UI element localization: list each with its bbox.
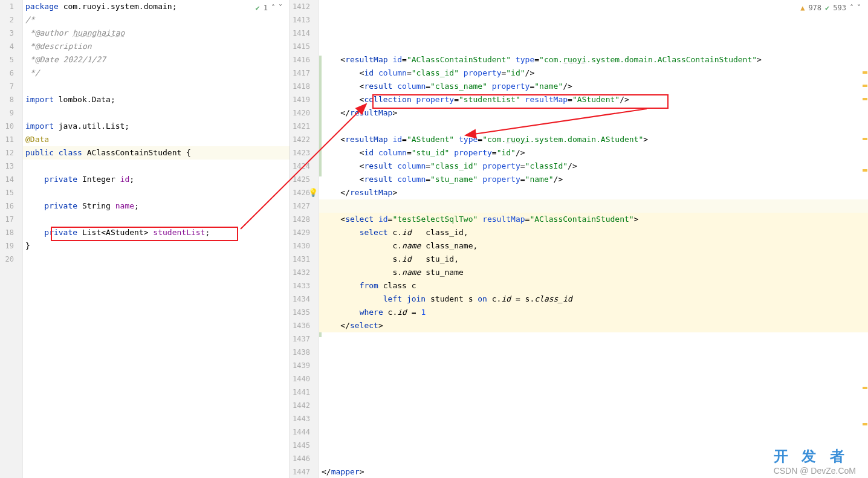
- code-line[interactable]: [319, 199, 868, 213]
- gutter-line-number: 16: [0, 199, 14, 213]
- right-gutter: 1412141314141415141614171418141914201421…: [290, 0, 319, 478]
- gutter-line-number: 20: [0, 253, 14, 266]
- gutter-line-number: 7: [0, 80, 14, 93]
- right-code-area[interactable]: ▲ 978 ✔ 593 ˄ ˅ <res: [319, 0, 868, 478]
- code-line[interactable]: <result column="class_id" property="clas…: [319, 160, 868, 173]
- code-line[interactable]: <collection property="studentList" resul…: [319, 93, 868, 106]
- gutter-line-number: 17: [0, 213, 14, 226]
- code-line[interactable]: <resultMap id="AClassContainStudent" typ…: [319, 53, 868, 66]
- gutter-line-number: 1447: [290, 465, 310, 478]
- code-line[interactable]: [319, 120, 868, 133]
- code-line[interactable]: [23, 80, 290, 93]
- gutter-line-number: 1417: [290, 66, 310, 80]
- check-icon: ✔: [256, 4, 260, 12]
- code-line[interactable]: [319, 332, 868, 346]
- gutter-line-number: 1434: [290, 292, 310, 306]
- gutter-line-number: 1429: [290, 226, 310, 239]
- gutter-line-number: 1: [0, 0, 14, 13]
- chevron-down-icon[interactable]: ˅: [857, 4, 861, 12]
- gutter-line-number: 1421: [290, 120, 310, 133]
- code-line[interactable]: <result column="stu_name" property="name…: [319, 173, 868, 186]
- gutter-line-number: 1418: [290, 80, 310, 93]
- code-line[interactable]: @Data: [23, 133, 290, 146]
- code-line[interactable]: [319, 27, 868, 40]
- chevron-up-icon[interactable]: ˄: [271, 4, 275, 12]
- code-line[interactable]: [319, 372, 868, 386]
- code-line[interactable]: *@author huanghaitao: [23, 27, 290, 40]
- code-line[interactable]: private String name;: [23, 199, 290, 213]
- gutter-line-number: 1423: [290, 146, 310, 160]
- intention-bulb-icon[interactable]: 💡: [308, 186, 318, 199]
- gutter-line-number: 11: [0, 133, 14, 146]
- code-line[interactable]: [319, 13, 868, 27]
- gutter-line-number: 4: [0, 40, 14, 53]
- chevron-down-icon[interactable]: ˅: [279, 4, 282, 12]
- gutter-line-number: 1416: [290, 53, 310, 66]
- chevron-up-icon[interactable]: ˄: [850, 4, 853, 12]
- gutter-line-number: 1442: [290, 399, 310, 412]
- code-line[interactable]: package com.ruoyi.system.domain;: [23, 0, 290, 13]
- code-line[interactable]: [319, 386, 868, 399]
- gutter-line-number: 1422: [290, 133, 310, 146]
- gutter-line-number: 1412: [290, 0, 310, 13]
- code-line[interactable]: [23, 106, 290, 120]
- code-line[interactable]: private Integer id;: [23, 173, 290, 186]
- code-line[interactable]: import lombok.Data;: [23, 93, 290, 106]
- code-line[interactable]: *@Date 2022/1/27: [23, 53, 290, 66]
- gutter-line-number: 1441: [290, 386, 310, 399]
- code-line[interactable]: /*: [23, 13, 290, 27]
- gutter-line-number: 1438: [290, 346, 310, 359]
- code-line[interactable]: where c.id = 1: [319, 306, 868, 319]
- left-gutter: 1234567891011121314151617181920: [0, 0, 23, 478]
- code-line[interactable]: from class c: [319, 279, 868, 292]
- code-line[interactable]: <resultMap id="AStudent" type="com.ruoyi…: [319, 133, 868, 146]
- gutter-line-number: 12: [0, 146, 14, 160]
- gutter-line-number: 19: [0, 239, 14, 253]
- code-line[interactable]: </resultMap>: [319, 106, 868, 120]
- code-line[interactable]: [23, 160, 290, 173]
- gutter-line-number: 6: [0, 66, 14, 80]
- code-line[interactable]: [319, 346, 868, 359]
- code-line[interactable]: }: [23, 239, 290, 253]
- gutter-line-number: 1445: [290, 439, 310, 452]
- code-line[interactable]: s.name stu_name: [319, 266, 868, 279]
- code-line[interactable]: c.name class_name,: [319, 239, 868, 253]
- gutter-line-number: 1427: [290, 199, 310, 213]
- left-code-area[interactable]: ✔ 1 ˄ ˅ package com.ruoyi.system.domain;…: [23, 0, 290, 478]
- code-line[interactable]: [23, 253, 290, 266]
- code-line[interactable]: [319, 412, 868, 425]
- code-line[interactable]: [319, 425, 868, 439]
- code-line[interactable]: import java.util.List;: [23, 120, 290, 133]
- code-line[interactable]: *@description: [23, 40, 290, 53]
- code-line[interactable]: s.id stu_id,: [319, 253, 868, 266]
- code-line[interactable]: [319, 40, 868, 53]
- gutter-line-number: 1440: [290, 372, 310, 386]
- code-line[interactable]: private List<AStudent> studentList;: [23, 226, 290, 239]
- code-line[interactable]: [319, 399, 868, 412]
- code-line[interactable]: <id column="class_id" property="id"/>: [319, 66, 868, 80]
- code-line[interactable]: [319, 359, 868, 372]
- code-line[interactable]: <select id="testSelectSqlTwo" resultMap=…: [319, 213, 868, 226]
- gutter-line-number: 1424: [290, 160, 310, 173]
- code-line[interactable]: left join student s on c.id = s.class_id: [319, 292, 868, 306]
- left-editor-pane: 1234567891011121314151617181920 ✔ 1 ˄ ˅ …: [0, 0, 290, 478]
- code-line[interactable]: [23, 186, 290, 199]
- gutter-line-number: 1420: [290, 106, 310, 120]
- code-line[interactable]: public class AClassContainStudent {: [23, 146, 290, 160]
- gutter-line-number: 1413: [290, 13, 310, 27]
- code-line[interactable]: [23, 213, 290, 226]
- gutter-line-number: 9: [0, 106, 14, 120]
- code-line[interactable]: </resultMap>💡: [319, 186, 868, 199]
- gutter-line-number: 1443: [290, 412, 310, 425]
- gutter-line-number: 13: [0, 160, 14, 173]
- code-line[interactable]: [319, 0, 868, 13]
- code-line[interactable]: */: [23, 66, 290, 80]
- check-icon: ✔: [825, 4, 829, 12]
- code-line[interactable]: select c.id class_id,: [319, 226, 868, 239]
- code-line[interactable]: <result column="class_name" property="na…: [319, 80, 868, 93]
- code-line[interactable]: <id column="stu_id" property="id"/>: [319, 146, 868, 160]
- code-line[interactable]: </select>: [319, 319, 868, 332]
- gutter-line-number: 15: [0, 186, 14, 199]
- gutter-line-number: 1426: [290, 186, 310, 199]
- gutter-line-number: 5: [0, 53, 14, 66]
